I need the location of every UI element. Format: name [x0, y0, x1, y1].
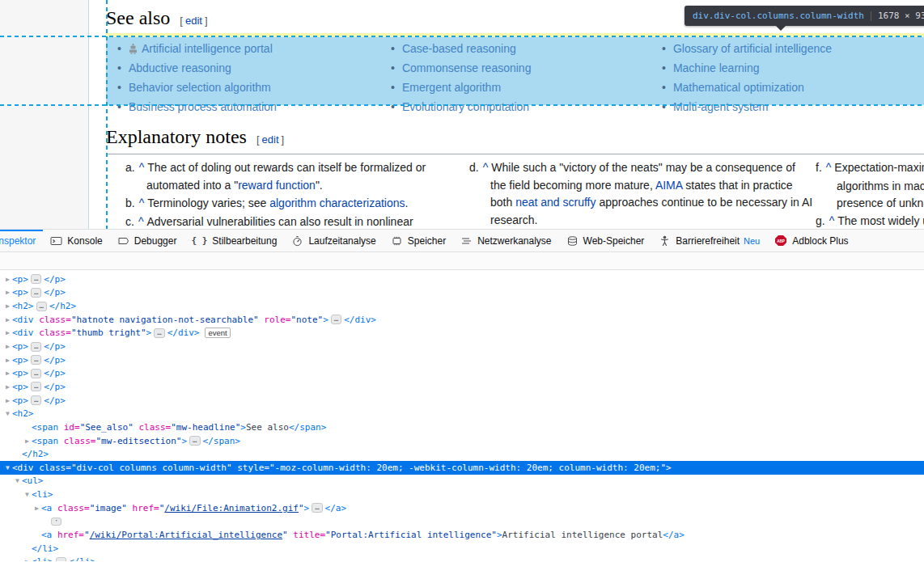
tag-token: >: [666, 463, 672, 473]
expander-closed-icon[interactable]: ▶: [3, 397, 12, 404]
collapsed-children-ellipsis[interactable]: …: [31, 274, 41, 284]
see-also-list-item: •Commonsense reasoning: [391, 58, 531, 78]
expander-closed-icon[interactable]: ▶: [3, 370, 12, 377]
expander-closed-icon[interactable]: ▶: [3, 343, 12, 350]
expander-closed-icon[interactable]: ▶: [3, 383, 12, 391]
devtools-tab-speicher[interactable]: Speicher: [384, 230, 453, 251]
markup-row[interactable]: ▶<p>…</p>: [0, 353, 924, 367]
event-badge[interactable]: event: [205, 327, 230, 338]
see-also-link[interactable]: Behavior selection algorithm: [129, 81, 271, 94]
devtools-tab-web-speicher[interactable]: Web-Speicher: [559, 230, 652, 251]
explanatory-edit-link[interactable]: edit: [262, 133, 279, 146]
markup-row[interactable]: ▶<p>…</p>: [0, 286, 924, 300]
see-also-link[interactable]: Case-based reasoning: [402, 42, 516, 55]
markup-row[interactable]: ▶<p>…</p>: [0, 394, 924, 408]
markup-row[interactable]: ▶<li>…</li>: [0, 555, 924, 561]
collapsed-children-ellipsis[interactable]: …: [189, 436, 200, 446]
expander-closed-icon[interactable]: ▶: [3, 316, 12, 323]
expander-closed-icon[interactable]: ▶: [3, 357, 12, 364]
see-also-link[interactable]: Multi-agent system: [673, 100, 768, 113]
expander-closed-icon[interactable]: ▶: [3, 329, 12, 336]
markup-row[interactable]: ▶<p>…</p>: [0, 273, 924, 286]
see-also-link[interactable]: Machine learning: [673, 61, 760, 74]
collapsed-children-ellipsis[interactable]: …: [31, 288, 41, 298]
note-link[interactable]: AIMA: [655, 179, 682, 192]
collapsed-children-ellipsis[interactable]: …: [331, 315, 341, 324]
tag-token: </p>: [44, 287, 66, 298]
collapsed-children-ellipsis[interactable]: …: [36, 302, 47, 311]
devtools-tab-barrierefreiheit[interactable]: BarrierefreiheitNeu: [651, 230, 767, 251]
collapsed-children-ellipsis[interactable]: …: [31, 395, 41, 405]
collapsed-children-ellipsis[interactable]: …: [31, 369, 41, 378]
markup-row[interactable]: ▼<li>: [0, 488, 924, 501]
see-also-link[interactable]: Business process automation: [129, 100, 277, 113]
note-link[interactable]: algorithm characterizations: [269, 196, 405, 209]
see-also-link[interactable]: Emergent algorithm: [402, 81, 501, 94]
inspector-markup-view[interactable]: ▶<p>…</p>▶<p>…</p>▶<h2>…</h2>▶<div class…: [0, 270, 924, 561]
expander-open-icon[interactable]: ▼: [23, 491, 32, 498]
markup-row[interactable]: ▶<a class="image" href="/wiki/File:Anima…: [0, 501, 924, 515]
backlink-caret[interactable]: ^: [139, 196, 145, 209]
expander-closed-icon[interactable]: ▶: [3, 289, 12, 296]
collapsed-children-ellipsis[interactable]: …: [312, 503, 322, 513]
markup-row[interactable]: ▶<p>…</p>: [0, 380, 924, 394]
collapsed-children-ellipsis[interactable]: …: [56, 557, 66, 561]
see-also-link[interactable]: Glossary of artificial intelligence: [673, 42, 832, 55]
expander-open-icon[interactable]: ▼: [13, 477, 22, 484]
markup-row[interactable]: ▶<span class="mw-editsection">…</span>: [0, 434, 924, 448]
expander-open-icon[interactable]: ▼: [3, 410, 12, 417]
markup-row[interactable]: ▶<div class="thumb tright">…</div>event: [0, 327, 924, 340]
note-link[interactable]: reward function: [238, 179, 316, 192]
expander-closed-icon[interactable]: ▶: [3, 302, 12, 310]
collapsed-children-ellipsis[interactable]: …: [154, 328, 164, 338]
devtools-tab-netzwerkanalyse[interactable]: Netzwerkanalyse: [453, 230, 558, 251]
markup-row[interactable]: <a href="/wiki/Portal:Artificial_intelli…: [0, 528, 924, 542]
markup-row[interactable]: <span id="See_also" class="mw-headline">…: [0, 420, 924, 434]
backlink-caret[interactable]: ^: [139, 161, 145, 174]
backlink-caret[interactable]: ^: [826, 161, 832, 174]
markup-row[interactable]: ▶<h2>…</h2>: [0, 299, 924, 313]
tag-token: </span>: [289, 422, 326, 433]
note-link[interactable]: neat and scruffy: [515, 196, 596, 209]
markup-row[interactable]: </li>: [0, 542, 924, 556]
expander-closed-icon[interactable]: ▶: [3, 276, 12, 283]
collapsed-children-ellipsis[interactable]: …: [31, 382, 41, 391]
see-also-link[interactable]: Artificial intelligence portal: [142, 42, 273, 55]
attribute-name: role=: [264, 315, 290, 325]
see-also-link[interactable]: Evolutionary computation: [402, 100, 529, 113]
expander-closed-icon[interactable]: ▶: [23, 437, 32, 445]
devtools-tab-konsole[interactable]: Konsole: [43, 230, 109, 251]
see-also-edit-link[interactable]: edit: [185, 15, 202, 27]
wiki-page-viewport: See also[edit] •Artificial intelligence …: [0, 0, 924, 229]
expander-closed-icon[interactable]: ▶: [23, 558, 32, 561]
devtools-tab-debugger[interactable]: Debugger: [110, 230, 184, 251]
markup-row[interactable]: ·: [0, 515, 924, 529]
inspector-toolbar[interactable]: [0, 252, 924, 270]
devtools-tab-laufzeitanalyse[interactable]: Laufzeitanalyse: [284, 230, 383, 251]
devtools-tab-inspektor[interactable]: Inspektor: [0, 230, 43, 251]
see-also-link[interactable]: Abductive reasoning: [129, 61, 231, 74]
collapsed-children-ellipsis[interactable]: …: [31, 355, 41, 365]
list-bullet: •: [391, 100, 395, 113]
markup-row[interactable]: ▼<ul>: [0, 475, 924, 488]
collapsed-children-ellipsis[interactable]: …: [31, 342, 41, 352]
markup-row[interactable]: ▶<div class="hatnote navigation-not-sear…: [0, 313, 924, 327]
attribute-name: href=: [133, 503, 159, 513]
markup-row[interactable]: ▼<h2>: [0, 407, 924, 420]
attribute-value: ": [282, 530, 288, 540]
markup-row[interactable]: ▶<p>…</p>: [0, 366, 924, 380]
backlink-caret[interactable]: ^: [483, 161, 489, 174]
backlink-caret[interactable]: ^: [829, 214, 835, 227]
devtools-tab-stilbearbeitung[interactable]: { }Stilbearbeitung: [184, 230, 284, 251]
devtools-tab-adblock-plus[interactable]: ABPAdblock Plus: [767, 230, 855, 251]
backlink-caret[interactable]: ^: [138, 215, 144, 228]
collapsed-node-marker[interactable]: ·: [51, 518, 61, 526]
expander-closed-icon[interactable]: ▶: [32, 505, 41, 512]
see-also-link[interactable]: Mathematical optimization: [673, 81, 804, 94]
node-text: See also: [246, 422, 289, 433]
markup-row-selected[interactable]: ▼<div class="div-col columns column-widt…: [0, 461, 924, 475]
see-also-link[interactable]: Commonsense reasoning: [402, 61, 532, 74]
markup-row[interactable]: ▶<p>…</p>: [0, 340, 924, 353]
expander-open-icon[interactable]: ▼: [3, 464, 12, 471]
markup-row[interactable]: </h2>: [0, 447, 924, 461]
